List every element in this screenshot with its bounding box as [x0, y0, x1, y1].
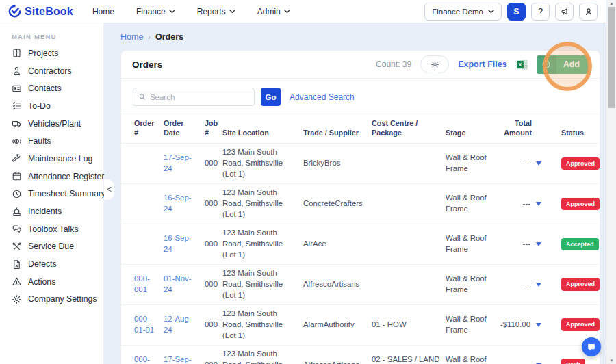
- row-dropdown-caret-icon[interactable]: [536, 202, 541, 206]
- status-badge: Approved: [561, 278, 600, 291]
- sidebar-item-service-due[interactable]: Service Due: [0, 238, 103, 256]
- chevron-down-icon: [488, 10, 494, 14]
- sidebar-item-contacts[interactable]: Contacts: [0, 79, 103, 97]
- cost-centre-package: 01 - HOW: [372, 304, 446, 345]
- top-navbar: SiteBook Home Finance Reports Admin Fina…: [0, 0, 606, 23]
- trade-supplier: BrickyBros: [303, 144, 372, 184]
- row-dropdown-caret-icon[interactable]: [536, 161, 541, 166]
- job-number: 000: [205, 345, 222, 364]
- status-badge: Draft: [561, 359, 585, 364]
- sidebar-item-timesheet-summary[interactable]: Timesheet Summary: [0, 185, 103, 203]
- table-row: 17-Sep-24 000 123 Main South Road, Smith…: [121, 144, 600, 184]
- sidebar-collapse-button[interactable]: <: [104, 179, 114, 200]
- sidebar-item-toolbox-talks[interactable]: Toolbox Talks: [0, 220, 103, 238]
- checklist-icon: [12, 101, 22, 111]
- scroll-up-arrow-icon[interactable]: ▲: [606, 1, 616, 5]
- sidebar-item-contractors[interactable]: Contractors: [0, 62, 103, 80]
- job-number: 000: [205, 144, 222, 184]
- nav-admin[interactable]: Admin: [257, 7, 290, 16]
- order-number-link[interactable]: 000-01-01: [134, 315, 154, 334]
- status-badge: Approved: [561, 198, 600, 211]
- sidebar-item-incidents[interactable]: Incidents: [0, 203, 103, 220]
- site-location: 123 Main South Road, Smithsville (Lot 1): [222, 183, 303, 224]
- orders-table: Order # Order Date Job # Site Location T…: [121, 114, 600, 364]
- order-number-link[interactable]: 000-02-01: [134, 355, 154, 364]
- chevron-down-icon: [284, 10, 290, 14]
- excel-export-button[interactable]: X: [516, 59, 528, 70]
- chat-launcher-button[interactable]: [582, 337, 601, 356]
- col-trade-supplier: Trade / Supplier: [303, 114, 372, 144]
- breadcrumb-home-link[interactable]: Home: [120, 32, 143, 42]
- sidebar-item-projects[interactable]: Projects: [0, 44, 103, 62]
- job-number: 000: [205, 264, 222, 304]
- sidebar-item-faults[interactable]: Faults: [0, 132, 103, 150]
- total-amount: ---: [496, 183, 536, 224]
- gear-icon: [12, 294, 22, 304]
- go-button[interactable]: Go: [261, 88, 281, 106]
- nav-reports[interactable]: Reports: [197, 7, 235, 16]
- order-date-link[interactable]: 12-Aug-24: [164, 315, 192, 334]
- chevron-down-icon: [229, 10, 235, 14]
- col-status: Status: [561, 114, 600, 144]
- order-date-link[interactable]: 01-Nov-24: [164, 274, 192, 294]
- add-order-button[interactable]: Add: [537, 55, 589, 74]
- crossed-tools-icon: [12, 242, 22, 252]
- advanced-search-link[interactable]: Advanced Search: [290, 92, 355, 102]
- breadcrumb: Home › Orders: [120, 32, 606, 42]
- scrollbar-thumb[interactable]: [608, 7, 615, 108]
- sidebar-item-company-settings[interactable]: Company Settings: [0, 291, 103, 309]
- brand-name: SiteBook: [25, 5, 73, 18]
- row-dropdown-caret-icon[interactable]: [536, 283, 541, 287]
- col-order-number: Order #: [121, 114, 164, 144]
- sitebook-logo[interactable]: SiteBook: [8, 5, 73, 18]
- export-files-link[interactable]: Export Files: [458, 60, 507, 69]
- order-number-link[interactable]: 000-001: [134, 274, 150, 294]
- announcements-button[interactable]: [555, 3, 574, 21]
- sidebar-item-defects[interactable]: Defects: [0, 255, 103, 273]
- clock-icon: [12, 189, 22, 199]
- site-location: 123 Main South Road, Smithsville (Lot 1): [222, 264, 303, 304]
- user-initial-button[interactable]: S: [507, 3, 526, 21]
- main-menu: Home Finance Reports Admin: [92, 7, 290, 16]
- table-row: 16-Sep-24 000 123 Main South Road, Smith…: [121, 224, 600, 264]
- main-content: Home › Orders Orders Count: 39 Export Fi…: [104, 0, 606, 364]
- order-date-link[interactable]: 17-Sep-24: [164, 355, 192, 364]
- search-row: Go Advanced Search: [121, 79, 600, 112]
- job-number: 000: [205, 304, 222, 345]
- sidebar-item-maintenance-log[interactable]: Maintenance Log: [0, 150, 103, 168]
- nav-finance[interactable]: Finance: [136, 7, 175, 16]
- trade-supplier: AlarmAuthority: [303, 304, 372, 345]
- col-job-number: Job #: [205, 114, 222, 144]
- cost-centre-package: [372, 183, 446, 224]
- col-actions: [536, 114, 550, 144]
- sidebar-item-todo[interactable]: To-Do: [0, 97, 103, 115]
- col-order-date: Order Date: [164, 114, 205, 144]
- help-button[interactable]: ?: [531, 3, 550, 21]
- scroll-down-arrow-icon[interactable]: ▼: [606, 359, 616, 363]
- sidebar-item-attendance-register[interactable]: Attendance Register: [0, 168, 103, 185]
- row-dropdown-caret-icon[interactable]: [536, 323, 541, 327]
- order-date-link[interactable]: 16-Sep-24: [164, 194, 192, 213]
- total-amount: ---: [496, 345, 536, 364]
- sidebar-item-actions[interactable]: Actions: [0, 273, 103, 291]
- status-badge: Approved: [561, 318, 600, 331]
- page-scrollbar[interactable]: ▲ ▼: [606, 0, 616, 364]
- person-icon: [12, 66, 22, 76]
- row-dropdown-caret-icon[interactable]: [536, 242, 541, 246]
- search-input[interactable]: [150, 93, 248, 101]
- stage: Wall & Roof Frame: [446, 264, 496, 304]
- sidebar-item-vehicles-plant[interactable]: Vehicles/Plant: [0, 115, 103, 133]
- siren-icon: [12, 207, 22, 217]
- account-button[interactable]: [579, 3, 598, 21]
- nav-home[interactable]: Home: [92, 7, 114, 16]
- table-row: 000-02-01 17-Sep-24 000 123 Main South R…: [121, 345, 600, 364]
- workspace-selector[interactable]: Finance Demo: [424, 3, 502, 21]
- order-date-link[interactable]: 17-Sep-24: [164, 153, 192, 172]
- orders-panel-header: Orders Count: 39 Export Files X: [121, 51, 600, 79]
- calendar-icon: [12, 171, 22, 181]
- order-date-link[interactable]: 16-Sep-24: [164, 234, 192, 253]
- cost-centre-package: 02 - SALES / LAND AGENT: [372, 345, 446, 364]
- site-location: 123 Main South Road, Smithsville (Lot 1): [222, 304, 303, 345]
- list-settings-button[interactable]: [420, 55, 449, 73]
- truck-icon: [12, 118, 22, 129]
